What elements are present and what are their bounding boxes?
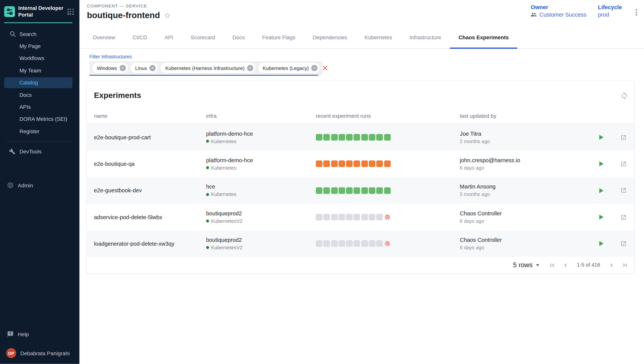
sidebar-item-apis[interactable]: APIs [0,101,80,113]
sidebar: Internal Developer Portal Search My Page… [0,0,80,364]
first-page-button[interactable] [549,262,556,269]
pending-clock-icon [384,240,391,247]
run-status-square [361,187,368,194]
sidebar-item-admin[interactable]: Admin [0,179,80,192]
filter-chip-windows[interactable]: Windows [92,63,128,73]
tab-docs[interactable]: Docs [224,27,253,49]
user-name: Debabrata Panigrahi [20,350,70,356]
infra-name: boutiqueprod2 [206,237,316,243]
run-experiment-button[interactable] [599,241,603,246]
filter-chip-kubernetes-legacy[interactable]: Kubernetes (Legacy) [258,63,319,73]
entity-tabbar: Overview CI/CD API Scorecard Docs Featur… [80,26,644,49]
filter-chip-kubernetes-harness[interactable]: Kubernetes (Harness Infrastructure) [161,63,255,73]
external-link-icon[interactable] [620,161,627,167]
clear-filters-button[interactable] [323,61,328,75]
chip-remove-icon[interactable] [311,65,317,71]
tab-dependencies[interactable]: Dependencies [304,27,356,49]
table-header: name infra recent experiment runs last u… [87,108,634,124]
run-experiment-button[interactable] [599,162,603,166]
sidebar-item-help[interactable]: ? Help [0,328,80,340]
sidebar-item-docs[interactable]: Docs [0,88,80,101]
tab-feature-flags[interactable]: Feature Flags [253,27,304,49]
chip-remove-icon[interactable] [150,65,156,71]
main-content: COMPONENT — SERVICE boutique-frontend Ow… [80,0,644,364]
apps-grid-icon[interactable] [67,8,74,16]
filter-chips-area[interactable]: Windows Linux Kubernetes (Harness Infras… [90,61,323,75]
run-status-square [346,214,353,220]
external-link-icon[interactable] [620,134,627,140]
rows-per-page-select[interactable]: 5 rows [513,262,539,269]
search-icon [9,30,16,38]
infra-status-dot [206,193,209,196]
run-status-square [323,214,330,220]
sidebar-nav: Search My Page Workflows My Team Catalog… [0,28,80,158]
tab-ci-cd[interactable]: CI/CD [124,27,156,49]
run-status-square [369,240,375,247]
table-row: adservice-pod-delete-5lwbx boutiqueprod2… [87,204,634,230]
experiment-name: e2e-boutique-prod-cart [94,134,206,140]
run-status-square [369,214,375,220]
tab-kubernetes[interactable]: Kubernetes [356,27,401,49]
chip-remove-icon[interactable] [247,65,253,71]
sidebar-item-register[interactable]: Register [0,125,80,138]
run-status-square [346,187,353,194]
sidebar-item-dora-metrics[interactable]: DORA Metrics (SEI) [0,113,80,125]
lifecycle-block: Lifecycle prod [598,4,622,18]
run-status-square [339,187,345,194]
experiment-name: e2e-guestbook-dev [94,187,206,194]
owner-link[interactable]: Customer Success [539,12,586,18]
tab-api[interactable]: API [156,27,182,49]
external-link-icon[interactable] [620,240,627,247]
infrastructure-filter-input[interactable]: Windows Linux Kubernetes (Harness Infras… [90,61,318,76]
run-status-square [376,134,383,141]
updated-at: 6 days ago [460,245,590,250]
next-page-button[interactable] [608,262,615,269]
lifecycle-value: prod [598,12,622,18]
prev-page-button[interactable] [562,262,569,269]
user-profile[interactable]: DP Debabrata Panigrahi [0,347,80,360]
run-status-square [354,161,360,167]
tab-infrastructure[interactable]: Infrastructure [401,27,450,49]
refresh-icon[interactable] [620,92,628,100]
run-status-square [316,240,323,247]
run-status-square [361,134,368,141]
run-experiment-button[interactable] [599,214,603,220]
sidebar-item-my-page[interactable]: My Page [0,40,80,52]
recent-runs-indicator [316,161,460,167]
tab-overview[interactable]: Overview [84,27,124,49]
run-status-square [361,214,368,220]
help-chat-icon: ? [7,331,14,338]
run-status-square [346,161,353,167]
chip-remove-icon[interactable] [119,65,126,71]
tab-chaos-experiments[interactable]: Chaos Experiments [450,27,517,49]
sidebar-item-catalog[interactable]: Catalog [4,77,73,88]
sidebar-footer: ? Help DP Debabrata Panigrahi [0,328,80,360]
infra-type: Kubernetes [211,165,236,171]
external-link-icon[interactable] [620,214,627,220]
external-link-icon[interactable] [620,187,627,194]
run-status-square [346,240,353,247]
filter-section: Filter Infrastructures Windows Linux Kub… [80,49,644,76]
star-favorite-icon[interactable] [164,12,171,19]
sidebar-item-workflows[interactable]: Workflows [0,52,80,64]
chevron-down-icon [536,264,539,266]
recent-runs-indicator [316,240,460,247]
sidebar-item-search[interactable]: Search [0,28,80,40]
run-status-square [316,214,323,220]
filter-chip-linux[interactable]: Linux [131,63,158,73]
run-experiment-button[interactable] [599,188,603,193]
last-page-button[interactable] [621,262,628,269]
sidebar-item-my-team[interactable]: My Team [0,64,80,76]
sidebar-item-devtools[interactable]: DevTools [0,145,80,158]
infra-type: KubernetesV2 [211,218,243,224]
sidebar-divider [7,141,73,142]
sidebar-header: Internal Developer Portal [0,0,80,22]
infra-status-dot [206,166,209,169]
run-status-square [331,161,338,167]
tab-scorecard[interactable]: Scorecard [182,27,224,49]
run-experiment-button[interactable] [599,135,603,140]
more-options-button[interactable] [633,7,639,18]
recent-runs-indicator [316,187,460,194]
column-name: name [94,113,206,119]
run-status-square [331,134,338,141]
